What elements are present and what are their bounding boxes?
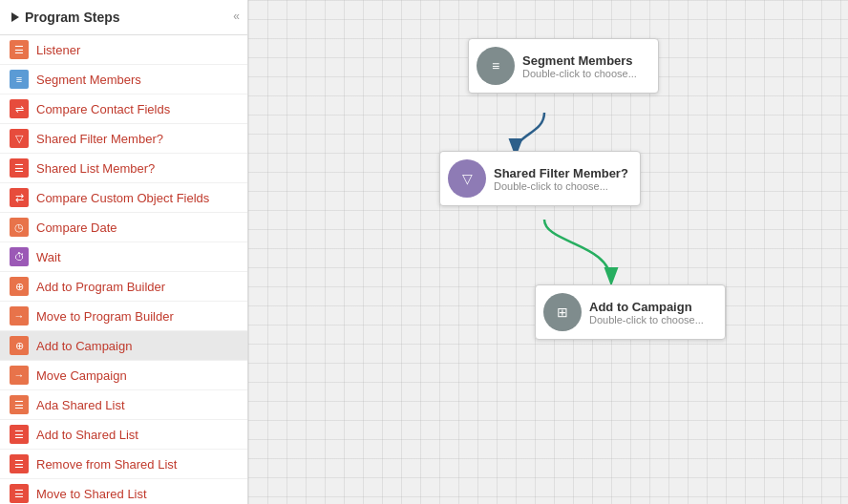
sidebar-item-icon-segment-members: ≡ <box>10 70 29 89</box>
sidebar-title: Program Steps <box>25 10 120 25</box>
sidebar-item-icon-add-to-campaign: ⊕ <box>10 336 29 355</box>
sidebar-header: Program Steps « <box>0 0 247 35</box>
filter-title: Shared Filter Member? <box>494 166 628 180</box>
sidebar-list: ☰Listener≡Segment Members⇌Compare Contac… <box>0 35 247 504</box>
sidebar-item-icon-move-to-program-builder: → <box>10 306 29 326</box>
expand-icon <box>11 12 19 22</box>
sidebar-item-move-campaign[interactable]: →Move Campaign <box>0 361 247 390</box>
filter-subtitle: Double-click to choose... <box>494 180 628 192</box>
sidebar: Program Steps « ☰Listener≡Segment Member… <box>0 0 248 504</box>
add-to-campaign-node[interactable]: Add to Campaign Double-click to choose..… <box>535 284 726 340</box>
campaign-title: Add to Campaign <box>589 300 704 314</box>
sidebar-item-remove-from-shared-list[interactable]: ☰Remove from Shared List <box>0 450 247 479</box>
sidebar-item-label-wait: Wait <box>36 250 61 264</box>
sidebar-item-compare-date[interactable]: ◷Compare Date <box>0 213 247 242</box>
sidebar-item-label-add-to-program-builder: Add to Program Builder <box>36 280 165 294</box>
sidebar-item-add-to-program-builder[interactable]: ⊕Add to Program Builder <box>0 272 247 302</box>
segment-members-node[interactable]: Segment Members Double-click to choose..… <box>468 38 659 94</box>
sidebar-item-label-remove-from-shared-list: Remove from Shared List <box>36 457 177 472</box>
sidebar-item-icon-remove-from-shared-list: ☰ <box>10 454 29 473</box>
sidebar-item-icon-wait: ⏱ <box>10 247 29 266</box>
sidebar-item-icon-compare-contact-fields: ⇌ <box>10 99 29 118</box>
sidebar-item-label-compare-date: Compare Date <box>36 220 117 235</box>
sidebar-item-shared-filter-member[interactable]: ▽Shared Filter Member? <box>0 124 247 154</box>
sidebar-item-icon-shared-list-member: ☰ <box>10 158 29 178</box>
campaign-subtitle: Double-click to choose... <box>589 314 704 326</box>
sidebar-item-label-compare-custom-object-fields: Compare Custom Object Fields <box>36 191 209 205</box>
sidebar-item-label-add-to-campaign: Add to Campaign <box>36 339 132 353</box>
shared-filter-member-node[interactable]: Shared Filter Member? Double-click to ch… <box>439 151 641 206</box>
sidebar-item-ada-shared-list[interactable]: ☰Ada Shared List <box>0 390 247 420</box>
segment-members-title: Segment Members <box>522 53 637 68</box>
sidebar-item-icon-move-to-shared-list: ☰ <box>10 484 29 503</box>
sidebar-item-segment-members[interactable]: ≡Segment Members <box>0 65 247 94</box>
sidebar-item-label-listener: Listener <box>36 43 80 57</box>
sidebar-item-icon-add-to-shared-list: ☰ <box>10 425 29 444</box>
sidebar-item-compare-custom-object-fields[interactable]: ⇄Compare Custom Object Fields <box>0 183 247 213</box>
sidebar-item-shared-list-member[interactable]: ☰Shared List Member? <box>0 154 247 183</box>
sidebar-item-icon-shared-filter-member: ▽ <box>10 129 29 148</box>
sidebar-item-icon-move-campaign: → <box>10 366 29 385</box>
sidebar-item-wait[interactable]: ⏱Wait <box>0 242 247 272</box>
sidebar-collapse-button[interactable]: « <box>233 10 240 23</box>
sidebar-item-move-to-shared-list[interactable]: ☰Move to Shared List <box>0 479 247 504</box>
sidebar-item-label-move-to-program-builder: Move to Program Builder <box>36 309 174 324</box>
sidebar-item-listener[interactable]: ☰Listener <box>0 35 247 65</box>
sidebar-item-icon-ada-shared-list: ☰ <box>10 395 29 414</box>
sidebar-item-icon-add-to-program-builder: ⊕ <box>10 277 29 296</box>
sidebar-item-icon-compare-date: ◷ <box>10 218 29 237</box>
sidebar-item-label-segment-members: Segment Members <box>36 73 141 87</box>
sidebar-item-label-ada-shared-list: Ada Shared List <box>36 398 125 412</box>
sidebar-item-label-shared-filter-member: Shared Filter Member? <box>36 132 163 146</box>
sidebar-item-label-move-to-shared-list: Move to Shared List <box>36 487 147 501</box>
arrow-segment-to-filter <box>516 113 544 153</box>
segment-members-icon <box>477 47 515 85</box>
filter-icon <box>448 159 486 198</box>
sidebar-item-label-move-campaign: Move Campaign <box>36 368 127 383</box>
sidebar-item-label-shared-list-member: Shared List Member? <box>36 161 155 176</box>
campaign-icon <box>543 293 582 331</box>
sidebar-item-label-compare-contact-fields: Compare Contact Fields <box>36 102 170 116</box>
sidebar-item-add-to-campaign[interactable]: ⊕Add to Campaign <box>0 331 247 361</box>
sidebar-item-add-to-shared-list[interactable]: ☰Add to Shared List <box>0 420 247 450</box>
sidebar-item-label-add-to-shared-list: Add to Shared List <box>36 428 138 442</box>
arrow-filter-to-campaign <box>544 220 611 282</box>
sidebar-item-compare-contact-fields[interactable]: ⇌Compare Contact Fields <box>0 94 247 124</box>
canvas: Segment Members Double-click to choose..… <box>248 0 848 504</box>
sidebar-item-icon-listener: ☰ <box>10 40 29 59</box>
sidebar-item-move-to-program-builder[interactable]: →Move to Program Builder <box>0 302 247 331</box>
segment-members-subtitle: Double-click to choose... <box>522 68 637 79</box>
sidebar-item-icon-compare-custom-object-fields: ⇄ <box>10 188 29 207</box>
